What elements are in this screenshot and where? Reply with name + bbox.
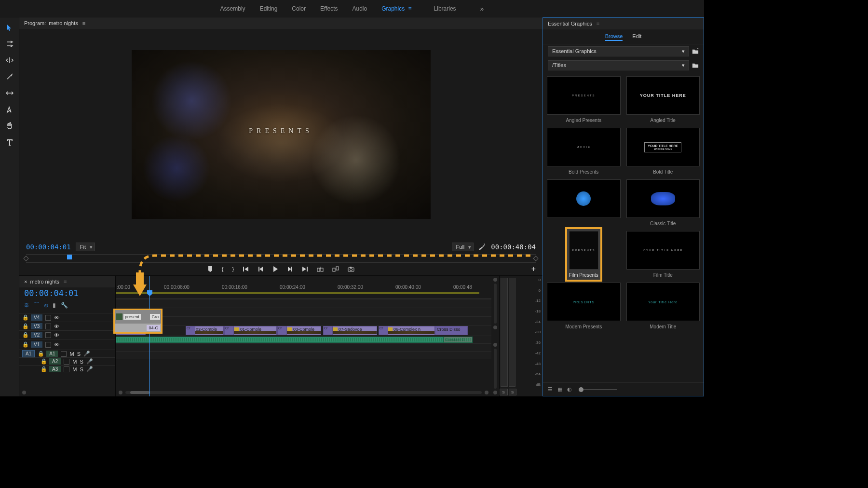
add-marker-toggle[interactable]: ⎋ bbox=[44, 302, 48, 309]
track-select-tool[interactable] bbox=[4, 39, 15, 49]
settings-wrench-icon[interactable] bbox=[478, 243, 486, 251]
work-area-bar[interactable] bbox=[116, 292, 479, 294]
workspace-tab-libraries[interactable]: Libraries bbox=[434, 5, 456, 12]
track-label-v2[interactable]: V2 bbox=[31, 332, 42, 338]
workspace-tab-graphics[interactable]: Graphics ≡ bbox=[381, 5, 419, 12]
track-toggle[interactable] bbox=[45, 315, 51, 321]
track-v4[interactable] bbox=[116, 299, 491, 308]
video-clip[interactable]: Cross Disso bbox=[435, 326, 468, 335]
export-frame-button[interactable] bbox=[348, 266, 354, 272]
track-header-v3[interactable]: 🔒V3👁 bbox=[19, 322, 115, 330]
out-point-marker[interactable] bbox=[533, 256, 538, 261]
eye-icon[interactable]: 👁 bbox=[54, 315, 59, 321]
video-clip[interactable]: 01-Comple bbox=[232, 326, 277, 335]
eg-library-dropdown[interactable]: Essential Graphics▾ bbox=[548, 46, 689, 56]
type-tool[interactable] bbox=[4, 137, 15, 148]
panel-menu-icon[interactable]: ≡ bbox=[81, 20, 85, 26]
template-item[interactable] bbox=[547, 179, 621, 226]
lock-icon[interactable]: 🔒 bbox=[41, 366, 46, 372]
track-v2[interactable] bbox=[116, 316, 491, 325]
track-toggle[interactable] bbox=[61, 351, 67, 357]
track-a1[interactable]: Constant G bbox=[116, 336, 491, 343]
eye-icon[interactable]: 👁 bbox=[54, 342, 59, 348]
lock-icon[interactable]: 🔒 bbox=[38, 351, 43, 357]
timeline-ruler[interactable]: :00:00 00:00:08:00 00:00:16:00 00:00:24:… bbox=[116, 276, 491, 299]
lock-icon[interactable]: 🔒 bbox=[22, 341, 28, 348]
lock-icon[interactable]: 🔒 bbox=[22, 332, 28, 338]
grid-view-icon[interactable]: ▦ bbox=[557, 386, 562, 393]
video-clip[interactable]: 07-Sadovoe bbox=[331, 326, 377, 335]
track-a2[interactable] bbox=[116, 343, 491, 351]
track-header-v4[interactable]: 🔒V4👁 bbox=[19, 313, 115, 322]
video-clip[interactable]: 06-Complex n bbox=[386, 326, 435, 335]
vertical-scrollbar[interactable] bbox=[491, 276, 499, 396]
zoom-fit-dropdown[interactable]: Fit bbox=[76, 243, 95, 251]
mute-icon[interactable]: M bbox=[72, 366, 77, 372]
video-transition[interactable]: Cr bbox=[186, 326, 195, 335]
timeline-settings-icon[interactable]: 🔧 bbox=[61, 302, 68, 309]
video-transition[interactable]: Cr bbox=[323, 326, 333, 335]
timeline-timecode[interactable]: 00:00:04:01 bbox=[19, 287, 115, 299]
playhead-indicator[interactable] bbox=[67, 255, 72, 259]
video-transition[interactable]: Cr bbox=[224, 326, 234, 335]
extract-button[interactable] bbox=[332, 266, 339, 272]
timeline-tracks[interactable]: :00:00 00:00:08:00 00:00:16:00 00:00:24:… bbox=[116, 276, 491, 396]
video-transition[interactable]: Cr bbox=[379, 326, 388, 335]
voiceover-icon[interactable]: 🎤 bbox=[86, 358, 93, 365]
slip-tool[interactable] bbox=[4, 88, 15, 98]
track-toggle[interactable] bbox=[45, 342, 51, 348]
sort-icon[interactable]: ◐ bbox=[567, 386, 572, 393]
eg-panel-menu-icon[interactable]: ≡ bbox=[595, 21, 599, 27]
track-header-a2[interactable]: 🔒A2MS🎤 bbox=[19, 357, 115, 365]
play-button[interactable] bbox=[272, 266, 278, 272]
workspace-tab-audio[interactable]: Audio bbox=[352, 5, 367, 12]
track-v1[interactable]: Cross Di02-Comple01-Comple03-Comple07-Sa… bbox=[116, 325, 491, 336]
timeline-sequence-name[interactable]: metro nights bbox=[30, 279, 59, 285]
pen-tool[interactable] bbox=[4, 104, 15, 115]
source-patch-a1[interactable]: A1 bbox=[22, 350, 35, 357]
add-marker-button[interactable] bbox=[207, 266, 213, 272]
folder-icon[interactable] bbox=[692, 62, 699, 69]
template-item[interactable]: Classic Title bbox=[626, 179, 700, 226]
mark-out-button[interactable]: } bbox=[232, 266, 234, 272]
step-forward-button[interactable] bbox=[287, 266, 293, 272]
eg-tab-browse[interactable]: Browse bbox=[605, 32, 623, 41]
snap-toggle[interactable]: ❊ bbox=[24, 302, 29, 309]
track-header-a1[interactable]: A1🔒A1MS🎤 bbox=[19, 350, 115, 357]
program-scrub-bar[interactable] bbox=[26, 254, 536, 263]
button-editor-add[interactable]: + bbox=[531, 265, 536, 273]
eg-folder-dropdown[interactable]: /Titles▾ bbox=[548, 60, 689, 70]
new-folder-icon[interactable] bbox=[692, 48, 699, 55]
voiceover-icon[interactable]: 🎤 bbox=[83, 351, 90, 357]
selection-tool[interactable] bbox=[4, 22, 15, 33]
eye-icon[interactable]: 👁 bbox=[54, 324, 59, 329]
audio-transition[interactable]: Constant G bbox=[444, 337, 473, 343]
razor-tool[interactable] bbox=[4, 71, 15, 82]
solo-right-button[interactable]: S bbox=[509, 389, 517, 395]
template-item[interactable]: YOUR TITLE HEREEPISODE NAMEBold Title bbox=[626, 128, 700, 175]
workspace-tab-editing[interactable]: Editing bbox=[260, 5, 278, 12]
hand-tool[interactable] bbox=[4, 121, 15, 131]
mute-icon[interactable]: M bbox=[72, 359, 77, 365]
timeline-marker-icon[interactable]: ▮ bbox=[53, 302, 56, 309]
track-label-v4[interactable]: V4 bbox=[31, 314, 42, 321]
step-back-button[interactable] bbox=[258, 266, 264, 272]
resolution-dropdown[interactable]: Full bbox=[452, 243, 474, 251]
lock-icon[interactable]: 🔒 bbox=[22, 314, 28, 321]
workspace-tab-color[interactable]: Color bbox=[292, 5, 306, 12]
track-a3[interactable] bbox=[116, 351, 491, 359]
lock-icon[interactable]: 🔒 bbox=[22, 323, 28, 329]
workspace-tab-effects[interactable]: Effects bbox=[320, 5, 338, 12]
track-header-v1[interactable]: 🔒V1👁 bbox=[19, 339, 115, 350]
mark-in-button[interactable]: { bbox=[222, 266, 224, 272]
scroll-handle[interactable] bbox=[485, 391, 488, 394]
template-item[interactable]: YOUR TITLE HEREAngled Title bbox=[626, 76, 700, 123]
in-point-marker[interactable] bbox=[23, 256, 28, 261]
template-item[interactable]: PRESENTSModern Presents bbox=[547, 283, 621, 329]
lift-button[interactable] bbox=[317, 266, 324, 272]
lock-icon[interactable]: 🔒 bbox=[41, 358, 46, 365]
solo-left-button[interactable]: S bbox=[500, 389, 508, 395]
track-label-a2[interactable]: A2 bbox=[49, 358, 61, 365]
voiceover-icon[interactable]: 🎤 bbox=[86, 366, 93, 372]
track-header-v2[interactable]: 🔒V2👁 bbox=[19, 330, 115, 339]
